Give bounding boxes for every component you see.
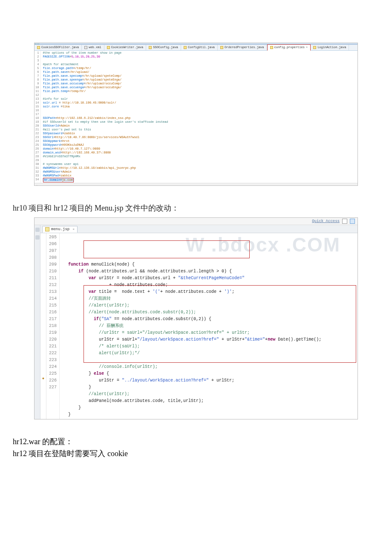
marker-cell <box>40 301 46 308</box>
line-number: 7 <box>35 74 39 78</box>
close-icon[interactable]: × <box>306 46 308 49</box>
code-line: //alert(urlStr); <box>63 391 354 398</box>
line-number: 225 <box>49 370 57 377</box>
menu-jsp-editor: Quick Access menu.jsp × W .bdocx .COM <box>34 217 358 419</box>
line-number: 19 <box>35 120 39 124</box>
line-number: 28 <box>35 155 39 159</box>
line-number: 216 <box>49 309 57 316</box>
tab-web-xml[interactable]: xweb.xml <box>82 45 104 50</box>
code-line: urlStr = saUrl+"/layout/workSpace.action… <box>63 336 354 343</box>
code-line: SSOAppmark=hrxt <box>43 139 356 143</box>
highlight-box-1 <box>84 240 250 258</box>
line-number: 31 <box>35 166 39 170</box>
code-line: file.storage.path=/temp/hr/ <box>43 66 356 70</box>
code-line: #WANMSPwd=zabbix <box>43 174 356 178</box>
code-line: file.path.temp=/temp/hr/ <box>43 90 356 93</box>
line-number: 217 <box>49 316 57 323</box>
line-number: 22 <box>35 132 39 136</box>
code-line: solr.url = http://10.10.190.45:9000/solr… <box>43 101 356 105</box>
line-number: 33 <box>35 174 39 178</box>
code-line: solr.core =tika <box>43 105 356 109</box>
line-number: 26 <box>35 147 39 151</box>
line-number: 226 <box>49 377 57 384</box>
tab-label: CookiesWriter.java <box>111 46 144 49</box>
line-number: 207 <box>49 248 57 254</box>
code-line: addPanel(node.attributes.code, title,url… <box>63 398 354 405</box>
code-line: #info for solr <box>43 97 356 101</box>
marker-cell <box>40 267 46 274</box>
java-icon <box>37 46 40 49</box>
code-line: #WANMSUser=Admin <box>43 170 356 174</box>
quick-access-link[interactable]: Quick Access <box>312 219 340 223</box>
code-line: // 薪酬系统 <box>63 323 354 330</box>
code-line: SSOpassword=zabbix <box>43 132 356 136</box>
jsp-file-icon <box>45 227 49 231</box>
line-number: 2 <box>35 55 39 59</box>
line-number: 17 <box>35 113 39 116</box>
code-line: //页面跳转 <box>63 295 354 302</box>
java-icon <box>149 46 152 49</box>
editor1-code: #the options of the item number show in … <box>41 51 357 183</box>
line-number: 15 <box>35 105 39 109</box>
line-number: 13 <box>35 97 39 101</box>
code-line: } else { <box>63 370 354 377</box>
java-icon <box>184 46 187 49</box>
tab-label: SSOConfig.java <box>153 46 178 49</box>
tab-menu-jsp[interactable]: menu.jsp × <box>42 226 78 233</box>
code-line: SSOUserId=Admin <box>43 124 356 128</box>
code-line: PAGESIZE.OPTION=5,10,15,20,25,30 <box>43 55 356 59</box>
line-number: 210 <box>49 268 57 275</box>
code-line: file.path.save.occucomp=/hr/upload/occuC… <box>43 82 356 86</box>
code-line: /* alert(saUrl); <box>63 343 354 350</box>
marker-cell <box>40 240 46 247</box>
code-line <box>43 109 356 113</box>
code-line: //alert(node.attributes.code.substr(0,2)… <box>63 309 354 316</box>
tab-loginaction-java[interactable]: LoginAction.java <box>311 45 349 50</box>
code-line: if (node.attributes.url && node.attribut… <box>63 268 354 275</box>
tab-config-properties[interactable]: config.properties × <box>267 44 311 51</box>
line-number: 213 <box>49 289 57 295</box>
tab-label: menu.jsp <box>51 227 69 231</box>
code-line: var title = node.text + '('+ node.attrib… <box>63 289 354 295</box>
toolbar-icon[interactable] <box>35 228 40 232</box>
tab-cookiesssofilter-java[interactable]: CookiesSSOFilter.java <box>35 45 82 50</box>
line-number: 11 <box>35 90 39 93</box>
code-line: #WANMSUrl=http://10.12.136.18/zabbix/api… <box>43 166 356 170</box>
tab-cookieswriter-java[interactable]: CookiesWriter.java <box>104 45 147 50</box>
line-number: 29 <box>35 159 39 162</box>
line-number: 215 <box>49 302 57 309</box>
editor1-body: 1234567891011121314151617181920212223242… <box>35 51 357 183</box>
code-line: file.path.save.speenga=/hr/upload/speteE… <box>43 78 356 82</box>
line-number: 206 <box>49 241 57 248</box>
line-number: 6 <box>35 70 39 74</box>
editor1-tabs: CookiesSSOFilter.javaxweb.xmlCookiesWrit… <box>35 45 357 51</box>
tab-ssoconfig-java[interactable]: SSOConfig.java <box>146 45 181 50</box>
line-number: 12 <box>35 93 39 97</box>
java-icon <box>313 46 316 49</box>
tab-orderedproperties-java[interactable]: OrderedProperties.java <box>218 45 267 50</box>
doc-paragraph-1: hr10 项目和 hr12 项目的 Menu.jsp 文件中的改动： <box>13 203 383 213</box>
line-number: 211 <box>49 275 57 282</box>
tab-label: CookiesSSOFilter.java <box>41 46 79 49</box>
java-icon <box>220 46 223 49</box>
tab-label: ConfigUtil.java <box>188 46 215 49</box>
toolbar-icon[interactable] <box>35 235 40 240</box>
prop-icon <box>270 46 273 49</box>
code-line <box>43 159 356 162</box>
code-line <box>43 113 356 116</box>
marker-cell <box>40 349 46 356</box>
line-number: 209 <box>49 261 57 268</box>
marker-cell <box>40 342 46 349</box>
code-line: file.path.save.occuenga=/hr/upload/occuE… <box>43 86 356 90</box>
perspective-icon[interactable] <box>342 219 347 224</box>
close-icon[interactable]: × <box>72 227 75 231</box>
tab-label: config.properties <box>274 46 305 49</box>
line-number: 214 <box>49 295 57 302</box>
tab-configutil-java[interactable]: ConfigUtil.java <box>181 45 218 50</box>
perspective-icon-2[interactable] <box>350 219 355 224</box>
line-number: 3 <box>35 59 39 63</box>
code-line: var urlStr = node.attributes.url + "&the… <box>63 275 354 282</box>
line-number: 9 <box>35 82 39 86</box>
code-line: #path for attachment <box>43 63 356 66</box>
code-line: hr.domain=js.com <box>43 178 356 182</box>
